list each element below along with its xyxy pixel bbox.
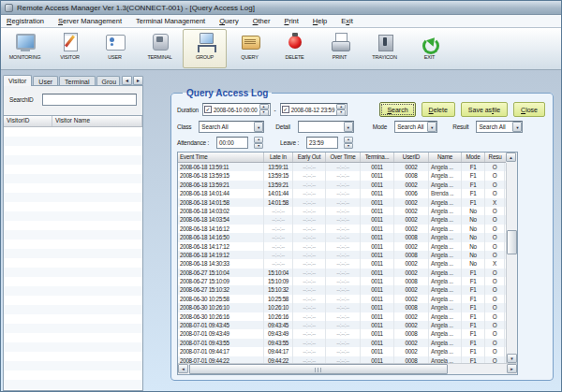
spin-down-icon[interactable]: ▼ [254, 143, 263, 150]
mode-select[interactable]: Search All ▼ [394, 121, 437, 133]
dropdown-arrow-icon[interactable]: ▼ [254, 122, 263, 132]
table-row[interactable]: 2008-06-18 13:59:15 13:59:15 --:--:-- --… [178, 171, 506, 180]
toolbar-button[interactable]: PRINT [318, 29, 362, 68]
column-late-in[interactable]: Late In [264, 152, 293, 162]
table-row[interactable]: 2008-06-18 14:30:33 --:--:-- --:--:-- --… [178, 259, 506, 268]
menu-item[interactable]: Terminal Management [136, 17, 205, 25]
column-name[interactable]: Name [429, 152, 462, 162]
menu-item[interactable]: Print [284, 17, 298, 25]
date-to-checkbox[interactable]: ✓ [282, 106, 289, 113]
cell-terminal: 0011 [361, 259, 394, 268]
scroll-up-icon[interactable]: ▲ [506, 152, 516, 162]
column-over-time[interactable]: Over Time [326, 152, 361, 162]
table-row[interactable]: 2008-06-18 14:01:44 14:01:44 --:--:-- --… [178, 189, 506, 197]
tab-visitor[interactable]: Visitor [3, 75, 32, 86]
scroll-left-icon[interactable]: ◄ [178, 364, 188, 373]
menu-item[interactable]: Other [253, 17, 271, 25]
scroll-right-icon[interactable]: ► [507, 364, 517, 373]
date-to-field[interactable]: ✓ 2008-08-12 23:59 ▲ ▼ [280, 103, 348, 116]
horizontal-scroll-thumb[interactable] [189, 364, 448, 374]
title-bar: Remote Access Manager Ver 1.3(CONNECT-00… [1, 1, 561, 15]
vertical-scroll-thumb[interactable] [507, 230, 517, 254]
date-from-checkbox[interactable]: ✓ [204, 106, 212, 113]
leave-field[interactable]: 23:59 [306, 137, 338, 149]
close-button[interactable]: Close [513, 102, 545, 117]
cell-early-out: --:--:-- [293, 198, 326, 207]
toolbar-button[interactable]: TRAYICON [362, 29, 407, 68]
cell-mode: No [462, 251, 485, 259]
attendance-field[interactable]: 00:00 [216, 137, 248, 149]
table-row[interactable]: 2008-06-30 10:26:16 10:26:16 --:--:-- --… [178, 312, 506, 321]
cell-name: Angela ... [429, 295, 462, 303]
toolbar-button[interactable]: MONITORING [3, 29, 47, 68]
toolbar-button[interactable]: USER [93, 29, 137, 68]
column-mode[interactable]: Mode [462, 152, 485, 162]
table-row[interactable]: 2008-07-01 09:43:55 09:43:55 --:--:-- --… [178, 339, 506, 347]
cell-early-out: --:--:-- [293, 189, 326, 197]
dropdown-arrow-icon[interactable]: ▼ [427, 122, 436, 132]
tab-scroll-right-icon[interactable]: ► [133, 76, 143, 85]
search-button[interactable]: Search [379, 102, 415, 117]
toolbar-button[interactable]: GROUP [183, 29, 227, 68]
scroll-down-icon[interactable]: ▼ [507, 354, 517, 363]
table-row[interactable]: 2008-06-18 14:16:12 --:--:-- --:--:-- --… [178, 225, 506, 233]
table-row[interactable]: 2008-06-30 10:26:10 10:26:10 --:--:-- --… [178, 303, 506, 312]
tab-scroll-left-icon[interactable]: ◄ [122, 76, 132, 85]
toolbar-button[interactable]: EXIT [407, 29, 451, 68]
access-log-table: Event Time Late In Early Out Over Time T… [177, 152, 518, 375]
spin-down-icon[interactable]: ▼ [344, 143, 353, 150]
column-early-out[interactable]: Early Out [293, 152, 326, 162]
spin-down-icon[interactable]: ▼ [259, 109, 269, 116]
table-row[interactable]: 2008-06-18 13:59:11 13:59:11 --:--:-- --… [178, 163, 506, 171]
table-row[interactable]: 2008-06-18 13:59:21 13:59:21 --:--:-- --… [178, 181, 506, 189]
spin-down-icon[interactable]: ▼ [336, 109, 346, 116]
table-row[interactable]: 2008-06-27 15:10:32 15:10:32 --:--:-- --… [178, 285, 506, 294]
cell-name: Angela ... [429, 215, 462, 224]
table-row[interactable]: 2008-06-18 14:03:02 --:--:-- --:--:-- --… [178, 207, 506, 215]
column-visitor-id[interactable]: VisitorID [4, 116, 52, 126]
column-visitor-name[interactable]: Visitor Name [52, 116, 142, 126]
class-select[interactable]: Search All ▼ [199, 121, 264, 133]
vertical-scrollbar[interactable]: ▼ [506, 163, 517, 363]
menu-item[interactable]: Exit [341, 17, 353, 25]
column-event-time[interactable]: Event Time [178, 152, 264, 162]
detail-select[interactable]: ▼ [298, 121, 354, 133]
visitor-list-body[interactable] [4, 127, 142, 390]
spin-up-icon[interactable]: ▲ [254, 137, 263, 143]
table-row[interactable]: 2008-07-01 09:44:17 09:44:17 --:--:-- --… [178, 347, 506, 356]
table-row[interactable]: 2008-06-18 14:03:54 --:--:-- --:--:-- --… [178, 215, 506, 224]
table-row[interactable]: 2008-06-30 10:25:58 10:25:58 --:--:-- --… [178, 295, 506, 303]
toolbar-button[interactable]: QUERY [228, 29, 272, 68]
cell-user-id: 0008 [394, 303, 429, 312]
save-as-file-button[interactable]: Save as file [461, 102, 508, 117]
search-id-input[interactable] [42, 94, 138, 106]
toolbar-button[interactable]: DELETE [273, 29, 317, 68]
cell-over-time: --:--:-- [326, 207, 361, 215]
spin-up-icon[interactable]: ▲ [344, 137, 353, 143]
column-user-id[interactable]: UserID [394, 152, 429, 162]
toolbar-button[interactable]: VISITOR [48, 29, 92, 68]
menu-item[interactable]: Help [313, 17, 327, 25]
dropdown-arrow-icon[interactable]: ▼ [512, 122, 522, 132]
table-row[interactable]: 2008-07-01 09:43:45 09:43:45 --:--:-- --… [178, 321, 506, 329]
table-row[interactable]: 2008-07-01 09:43:49 09:43:49 --:--:-- --… [178, 329, 506, 338]
table-row[interactable]: 2008-06-27 15:10:04 15:10:04 --:--:-- --… [178, 269, 506, 277]
menu-item[interactable]: Server Management [58, 17, 122, 25]
table-row[interactable]: 2008-06-18 14:17:12 --:--:-- --:--:-- --… [178, 242, 506, 251]
date-from-field[interactable]: ✓ 2008-06-10 00:00 ▲ ▼ [202, 103, 271, 116]
column-result[interactable]: Resu [485, 152, 505, 162]
column-terminal[interactable]: Termina... [361, 152, 394, 162]
table-row[interactable]: 2008-07-01 09:44:22 09:44:22 --:--:-- --… [178, 356, 506, 363]
toolbar-button-label: GROUP [196, 54, 214, 60]
menu-item[interactable]: Query [219, 17, 238, 25]
table-row[interactable]: 2008-06-18 14:01:58 14:01:58 --:--:-- --… [178, 198, 506, 207]
delete-button[interactable]: Delete [422, 102, 455, 117]
table-row[interactable]: 2008-06-18 14:19:12 --:--:-- --:--:-- --… [178, 251, 506, 259]
dropdown-arrow-icon[interactable]: ▼ [344, 122, 353, 132]
table-row[interactable]: 2008-06-18 14:16:50 --:--:-- --:--:-- --… [178, 233, 506, 241]
toolbar-button[interactable]: TERMINAL [138, 29, 182, 68]
horizontal-scrollbar[interactable]: ◄ ► [178, 363, 517, 374]
table-row[interactable]: 2008-06-27 15:10:09 15:10:09 --:--:-- --… [178, 277, 506, 285]
menu-item[interactable]: Registration [7, 17, 44, 25]
result-select[interactable]: Search All ▼ [476, 121, 523, 133]
